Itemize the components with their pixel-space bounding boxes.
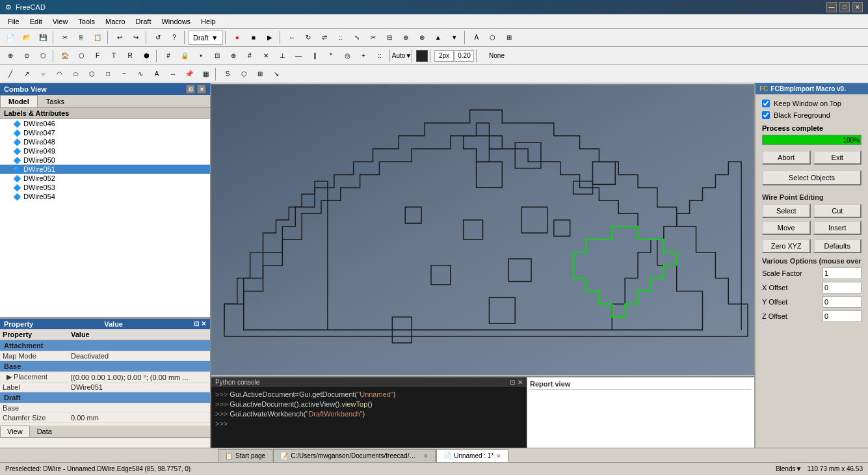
menu-draft[interactable]: Draft [131, 16, 157, 27]
combo-close-button[interactable]: ✕ [197, 85, 206, 94]
editor-tab-close[interactable]: ✕ [423, 453, 428, 459]
copy-button[interactable]: ⎘ [73, 31, 89, 45]
top-view-button[interactable]: T [106, 49, 122, 63]
ellipse-tool[interactable]: ⬭ [68, 67, 83, 81]
tree-item-dwire053[interactable]: 🔷 DWire053 [0, 183, 210, 192]
tab-model[interactable]: Model [0, 95, 38, 107]
trim-tool[interactable]: ✂ [365, 31, 381, 45]
join-tool[interactable]: ⊕ [398, 31, 414, 45]
hatch-tool[interactable]: ▦ [198, 67, 213, 81]
record-macro-button[interactable]: ● [230, 31, 245, 45]
menu-edit[interactable]: Edit [25, 16, 47, 27]
viewport[interactable] [211, 83, 754, 376]
home-view-button[interactable]: 🏠 [57, 49, 73, 63]
workbench-selector[interactable]: Draft ▼ [189, 31, 223, 45]
text-tool[interactable]: A [149, 67, 164, 81]
keep-window-checkbox[interactable] [762, 100, 770, 107]
tab-data[interactable]: Data [30, 426, 59, 437]
polygon-tool[interactable]: ⬡ [84, 67, 99, 81]
python-float-btn[interactable]: ⊡ [510, 379, 515, 386]
linesize-input[interactable] [454, 50, 474, 62]
bspline-tool[interactable]: ~ [116, 67, 132, 81]
front-view-button[interactable]: F [90, 49, 105, 63]
menu-help[interactable]: Help [196, 16, 221, 27]
tab-tasks[interactable]: Tasks [38, 95, 73, 107]
view-style-dropdown[interactable]: Auto▼ [394, 49, 410, 63]
rotate-tool[interactable]: ↻ [300, 31, 316, 45]
select-objects-button[interactable]: Select Objects [762, 170, 861, 185]
tree-item-dwire054[interactable]: 🔷 DWire054 [0, 192, 210, 201]
mirror-tool[interactable]: ⇌ [317, 31, 332, 45]
tree-item-dwire046[interactable]: 🔷 DWire046 [0, 119, 210, 128]
menu-windows[interactable]: Windows [156, 16, 196, 27]
snap-grid[interactable]: :: [372, 49, 388, 63]
snap-extension[interactable]: — [291, 49, 306, 63]
circle-tool[interactable]: ○ [35, 67, 51, 81]
stop-macro-button[interactable]: ■ [246, 31, 261, 45]
tree-item-dwire050[interactable]: 🔷 DWire050 [0, 156, 210, 165]
open-file-button[interactable]: 📂 [19, 31, 34, 45]
blend-dropdown[interactable]: Blends▼ [776, 465, 802, 472]
select-wire-button[interactable]: Select [762, 204, 811, 218]
exit-button[interactable]: Exit [813, 150, 862, 165]
arc-tool[interactable]: ◠ [51, 67, 67, 81]
tree-item-dwire047[interactable]: 🔷 DWire047 [0, 128, 210, 137]
snap-endpoint[interactable]: • [193, 49, 209, 63]
defaults-button[interactable]: Defaults [813, 239, 862, 253]
props-float-btn[interactable]: ⊡ [194, 320, 199, 328]
minimize-button[interactable]: — [826, 2, 837, 12]
paste-button[interactable]: 📋 [90, 31, 105, 45]
snap-special[interactable]: * [323, 49, 339, 63]
y-offset-input[interactable] [822, 296, 861, 308]
snap-intersection[interactable]: ✕ [258, 49, 274, 63]
tree-item-dwire051[interactable]: 🔷 DWire051 [0, 165, 210, 174]
black-fg-checkbox[interactable] [762, 111, 770, 119]
play-macro-button[interactable]: ▶ [262, 31, 278, 45]
zoom-box-button[interactable]: ⬡ [35, 49, 51, 63]
x-offset-input[interactable] [822, 282, 861, 293]
insert-wire-button[interactable]: Insert [813, 221, 862, 235]
upgrade-tool[interactable]: ▲ [430, 31, 446, 45]
scale-factor-input[interactable] [822, 267, 861, 279]
props-close-btn[interactable]: ✕ [201, 320, 206, 328]
snap-center[interactable]: ⊕ [226, 49, 241, 63]
fit-all-button[interactable]: ⊕ [3, 49, 18, 63]
linewidth-input[interactable] [434, 50, 454, 62]
menu-view[interactable]: View [47, 16, 73, 27]
redo-button[interactable]: ↪ [128, 31, 144, 45]
snap-perpendicular[interactable]: ⊥ [274, 49, 290, 63]
file-tab-start[interactable]: 📋 Start page [218, 449, 272, 462]
split-tool[interactable]: ⊗ [414, 31, 430, 45]
refresh-button[interactable]: ↺ [150, 31, 166, 45]
downgrade-tool[interactable]: ▼ [447, 31, 462, 45]
menu-tools[interactable]: Tools [73, 16, 100, 27]
color-picker[interactable] [416, 50, 428, 62]
dimension-tool[interactable]: ↔ [165, 67, 181, 81]
tab-view[interactable]: View [0, 426, 30, 437]
z-offset-input[interactable] [822, 310, 861, 322]
right-view-button[interactable]: R [122, 49, 138, 63]
draft-clone[interactable]: ⊞ [252, 67, 268, 81]
combo-float-button[interactable]: ⊡ [186, 85, 195, 94]
maximize-button[interactable]: □ [839, 2, 850, 12]
array-tool[interactable]: :: [333, 31, 349, 45]
menu-macro[interactable]: Macro [100, 16, 131, 27]
bezcurve-tool[interactable]: ∿ [133, 67, 148, 81]
snap-midpoint[interactable]: ⊡ [209, 49, 225, 63]
undo-button[interactable]: ↩ [112, 31, 127, 45]
rear-view-button[interactable]: ⬢ [138, 49, 154, 63]
rectangle-tool[interactable]: □ [100, 67, 116, 81]
isometric-button[interactable]: ⬡ [73, 49, 89, 63]
abort-button[interactable]: Abort [762, 150, 811, 165]
label-tool[interactable]: 📌 [181, 67, 197, 81]
cut-wire-button[interactable]: Cut [813, 204, 862, 218]
move-tool[interactable]: ↔ [284, 31, 300, 45]
clone-tool[interactable]: ⊞ [501, 31, 517, 45]
python-close-btn[interactable]: ✕ [518, 379, 523, 386]
color-none-btn[interactable]: None [480, 49, 513, 63]
snap-button[interactable]: 🔒 [177, 49, 192, 63]
tree-item-dwire049[interactable]: 🔷 DWire049 [0, 146, 210, 156]
unnamed-tab-close[interactable]: ✕ [496, 453, 501, 459]
fit-sel-button[interactable]: ⊙ [19, 49, 34, 63]
file-tab-unnamed[interactable]: 📄 Unnamed : 1* ✕ [436, 449, 508, 462]
